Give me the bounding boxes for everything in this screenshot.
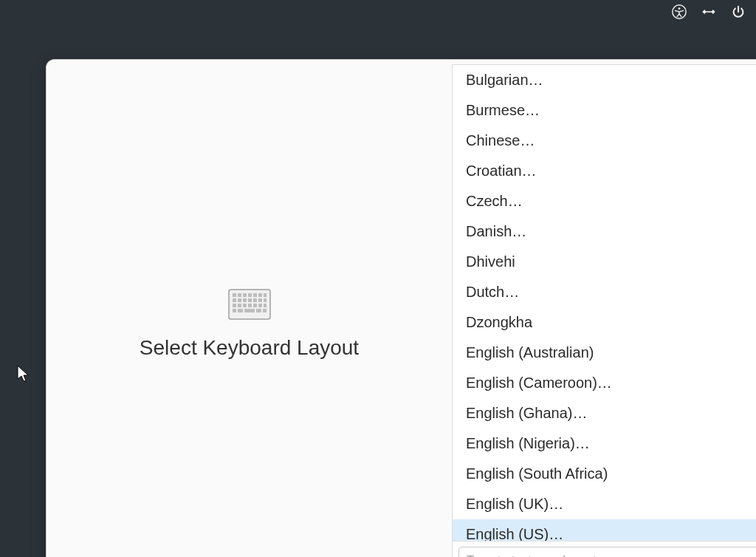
svg-rect-31 [263,309,267,312]
svg-rect-17 [253,298,257,302]
svg-rect-30 [256,309,261,312]
svg-rect-27 [233,309,236,312]
svg-rect-29 [244,309,255,312]
svg-rect-7 [238,293,241,297]
keyboard-icon [228,289,271,320]
svg-rect-24 [253,304,257,307]
left-pane: Select Keyboard Layout [47,60,452,557]
page-title: Select Keyboard Layout [140,336,359,360]
layout-item[interactable]: Czech… [453,186,756,216]
svg-rect-16 [248,298,252,302]
layout-item[interactable]: English (UK)… [453,489,756,519]
layout-item[interactable]: Croatian… [453,156,756,186]
svg-point-1 [678,7,681,10]
svg-rect-18 [258,298,262,302]
layout-item[interactable]: English (Cameroon)… [453,368,756,398]
svg-point-4 [709,11,711,13]
layout-item[interactable]: English (Ghana)… [453,398,756,428]
layout-item[interactable]: Dhivehi [453,247,756,277]
svg-rect-9 [248,293,252,297]
layout-item[interactable]: English (South Africa) [453,459,756,489]
mouse-cursor [17,365,32,384]
layout-item[interactable]: English (Nigeria)… [453,428,756,459]
svg-rect-8 [243,293,247,297]
svg-rect-23 [248,304,252,307]
network-icon[interactable] [700,3,718,21]
svg-rect-13 [233,298,236,302]
svg-rect-15 [243,298,247,302]
test-field-wrap [453,541,756,557]
svg-rect-22 [243,304,247,307]
keyboard-layout-dialog: Select Keyboard Layout Bulgarian…Burmese… [46,59,756,557]
layout-item[interactable]: Danish… [453,216,756,247]
svg-rect-19 [264,298,267,302]
layout-item[interactable]: Burmese… [453,95,756,126]
power-icon[interactable] [729,3,747,21]
svg-rect-10 [253,293,257,297]
svg-rect-21 [238,304,241,307]
layout-item[interactable]: Dzongkha [453,307,756,338]
layout-list-container: Bulgarian…Burmese…Chinese…Croatian…Czech… [453,65,756,541]
test-layout-input[interactable] [458,547,756,557]
svg-rect-25 [258,304,262,307]
layout-list: Bulgarian…Burmese…Chinese…Croatian…Czech… [453,65,756,541]
layout-item[interactable]: English (Australian) [453,338,756,368]
svg-rect-28 [238,309,243,312]
svg-rect-6 [233,293,236,297]
layout-item[interactable]: Chinese… [453,126,756,156]
svg-rect-26 [264,304,267,307]
top-bar [670,3,747,21]
right-pane: Bulgarian…Burmese…Chinese…Croatian…Czech… [452,64,756,557]
layout-item[interactable]: Dutch… [453,277,756,307]
svg-rect-12 [264,293,267,297]
accessibility-icon[interactable] [670,3,688,21]
layout-item[interactable]: Bulgarian… [453,65,756,95]
svg-rect-14 [238,298,241,302]
layout-item[interactable]: English (US)… [453,519,756,541]
svg-rect-20 [233,304,236,307]
svg-rect-11 [258,293,262,297]
